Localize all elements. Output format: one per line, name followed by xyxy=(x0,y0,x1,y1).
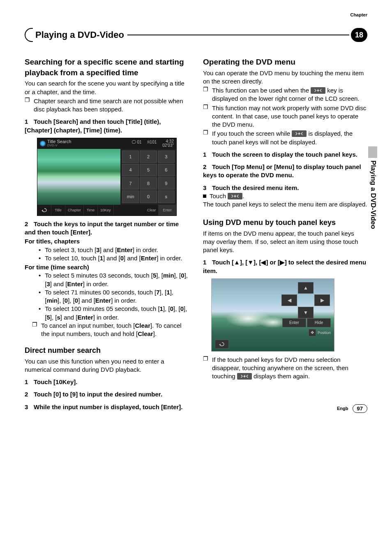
bullet-time-5m03: To select 5 minutes 03 seconds, touch [5… xyxy=(45,271,189,288)
ss2-hide[interactable]: Hide xyxy=(307,318,331,327)
side-tab-stub xyxy=(368,146,377,158)
dpad-right[interactable]: ▶ xyxy=(314,294,330,306)
ss2-back[interactable] xyxy=(215,340,229,349)
dpad-up[interactable]: ▲ xyxy=(298,282,314,294)
side-tab: Playing a DVD-Video xyxy=(368,160,377,267)
page-number: 97 xyxy=(353,404,367,413)
key-7[interactable]: 7 xyxy=(122,177,139,190)
tab-title[interactable]: Title xyxy=(51,205,65,215)
clear-button[interactable]: Clear xyxy=(145,205,159,215)
key-1[interactable]: 1 xyxy=(122,151,139,163)
key-6[interactable]: 6 xyxy=(158,164,175,176)
op-touch-desc: The touch panel keys to select the menu … xyxy=(203,200,367,208)
move-handle-icon[interactable]: ✥ xyxy=(309,329,316,336)
dpad-down[interactable]: ▼ xyxy=(298,307,314,318)
chapter-badge: 18 xyxy=(351,28,367,42)
use-step-1: 1Touch [▲], [▼], [◀] or [▶] to select th… xyxy=(203,258,367,275)
key-3[interactable]: 3 xyxy=(158,151,175,163)
ss1-video-area xyxy=(37,149,121,205)
note-icon: ❐ xyxy=(203,130,209,146)
note-use-redisplay: If the touch panel keys for DVD menu sel… xyxy=(212,356,367,381)
key-0[interactable]: 0 xyxy=(140,190,157,203)
key-min[interactable]: min xyxy=(122,190,139,203)
screenshot-title-search: Title Search DVD-V 🖵 01 ⎘101 4:32 02'03" xyxy=(37,138,177,216)
square-bullet-icon xyxy=(203,195,206,198)
note-icon: ❐ xyxy=(25,97,30,114)
heading-use-touch: Using DVD menu by touch panel keys xyxy=(203,218,367,227)
search-step-1: 1Touch [Search] and then touch [Title] (… xyxy=(25,118,189,134)
ss2-position[interactable]: ✥Position xyxy=(309,329,331,336)
bullet-title-3: To select 3, touch [3] and [Enter] in or… xyxy=(45,246,158,254)
direct-intro: You can use this function when you need … xyxy=(25,357,189,374)
footer-lang: Engb xyxy=(337,406,348,411)
ss1-keypad: 1 2 3 4 5 6 7 8 9 min 0 s xyxy=(120,149,176,205)
op-touch-line: Touch . xyxy=(203,192,367,200)
note-clear: To cancel an input number, touch [Clear]… xyxy=(41,322,189,338)
ss2-enter[interactable]: Enter xyxy=(282,318,306,327)
direct-step-3: 3While the input number is displayed, to… xyxy=(25,403,189,411)
disc-icon xyxy=(40,141,46,146)
heading-direct-search: Direct number search xyxy=(25,345,189,355)
use-intro: If items on the DVD menu appear, the tou… xyxy=(203,229,367,255)
title-bar: Playing a DVD-Video 18 xyxy=(25,28,367,42)
key-4[interactable]: 4 xyxy=(122,164,139,176)
key-s[interactable]: s xyxy=(158,190,175,203)
operating-intro: You can operate the DVD menu by touching… xyxy=(203,69,367,86)
note-icon: ❐ xyxy=(203,86,209,103)
direct-step-2: 2Touch [0] to [9] to input the desired n… xyxy=(25,390,189,398)
heading-operating: Operating the DVD menu xyxy=(203,57,367,67)
heading-search: Searching for a specific scene and start… xyxy=(25,57,189,78)
key-2[interactable]: 2 xyxy=(140,151,157,163)
back-button[interactable] xyxy=(37,205,51,215)
note-icon: ❐ xyxy=(203,104,209,129)
svg-point-1 xyxy=(299,133,300,134)
note-op-3: If you touch the screen while is display… xyxy=(212,130,367,146)
search-intro: You can search for the scene you want by… xyxy=(25,79,189,96)
screenshot-dpad-overlay: ▲ ◀▶ ▼ Enter Hide ✥Position xyxy=(211,278,334,352)
key-5[interactable]: 5 xyxy=(140,164,157,176)
key-9[interactable]: 9 xyxy=(158,177,175,190)
svg-point-0 xyxy=(318,90,318,91)
footer: Engb 97 xyxy=(337,404,367,413)
sub-time-search: For time (time search) xyxy=(25,263,189,271)
op-step-3: 3Touch the desired menu item. xyxy=(203,184,367,192)
note-op-2: This function may not work properly with… xyxy=(212,104,367,129)
key-8[interactable]: 8 xyxy=(140,177,157,190)
dpad-key-icon xyxy=(228,193,242,199)
bullet-title-10: To select 10, touch [1] and [0] and [Ent… xyxy=(45,254,182,262)
left-column: Searching for a specific scene and start… xyxy=(25,57,189,411)
ss1-source: DVD-V xyxy=(47,144,71,147)
note-icon: ❐ xyxy=(32,322,38,338)
op-step-1: 1Touch the screen to display the touch p… xyxy=(203,151,367,159)
enter-button[interactable]: Enter xyxy=(159,205,176,215)
search-step-2: 2Touch the keys to input the target numb… xyxy=(25,220,189,237)
dpad-key-icon xyxy=(237,373,252,380)
note-search-stopped: Chapter search and time search are not p… xyxy=(34,97,189,114)
tab-time[interactable]: Time xyxy=(84,205,98,215)
ss1-elapsed: 02'03" xyxy=(162,144,174,148)
chapter-label: Chapter xyxy=(350,12,367,17)
page-title: Playing a DVD-Video xyxy=(33,30,124,40)
note-op-1: This function can be used when the key i… xyxy=(212,86,367,103)
sub-titles-chapters: For titles, chapters xyxy=(25,237,189,246)
tab-10key[interactable]: 10Key xyxy=(98,205,114,215)
bullet-time-71m00: To select 71 minutes 00 seconds, touch [… xyxy=(45,288,189,305)
op-step-2: 2Touch [Top Menu] or [Menu] to display t… xyxy=(203,163,367,180)
right-column: Operating the DVD menu You can operate t… xyxy=(203,57,367,411)
note-icon: ❐ xyxy=(203,356,209,381)
dpad-key-icon xyxy=(292,130,307,137)
direct-step-1: 1Touch [10Key]. xyxy=(25,378,189,386)
dpad-key-icon xyxy=(311,87,325,94)
svg-point-3 xyxy=(244,376,245,377)
dpad-left[interactable]: ◀ xyxy=(281,294,297,306)
svg-point-2 xyxy=(235,196,235,197)
bullet-time-100m05: To select 100 minutes 05 seconds, touch … xyxy=(45,305,189,322)
tab-chapter[interactable]: Chapter xyxy=(65,205,84,215)
